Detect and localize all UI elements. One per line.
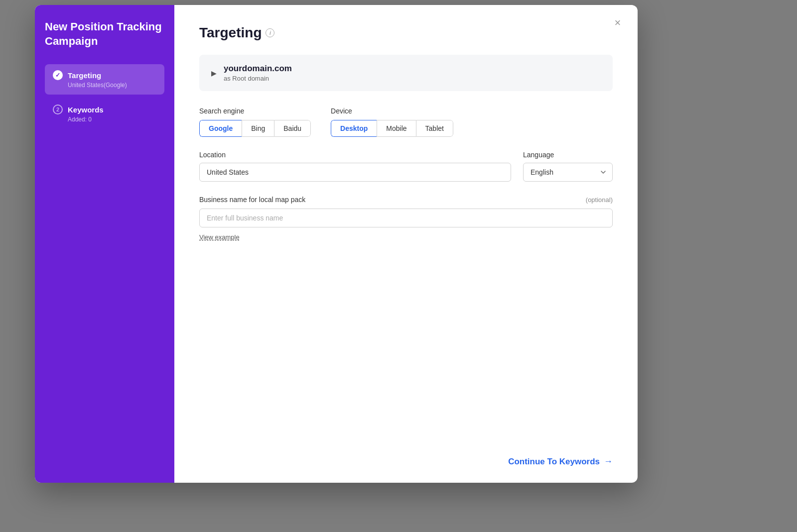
device-mobile[interactable]: Mobile — [377, 120, 415, 137]
search-engine-baidu[interactable]: Baidu — [274, 120, 311, 137]
sidebar-title: New Position Tracking Campaign — [45, 20, 164, 48]
search-engine-label: Search engine — [199, 107, 311, 115]
check-icon: ✓ — [55, 72, 60, 79]
modal-content: × Targeting i ▶ yourdomain.com as Root d… — [174, 5, 638, 483]
sidebar-step-targeting[interactable]: ✓ Targeting United States(Google) — [45, 64, 164, 95]
domain-info: yourdomain.com as Root domain — [224, 64, 292, 82]
modal-wrapper: New Position Tracking Campaign ✓ Targeti… — [35, 0, 638, 532]
domain-name: yourdomain.com — [224, 64, 292, 74]
step-header-keywords: 2 Keywords — [53, 105, 156, 114]
language-group: Language English Spanish French German — [523, 151, 613, 182]
step-sublabel-keywords: Added: 0 — [53, 116, 156, 123]
business-label: Business name for local map pack — [199, 196, 305, 204]
location-input[interactable] — [199, 163, 511, 182]
device-desktop[interactable]: Desktop — [331, 120, 377, 137]
device-tablet[interactable]: Tablet — [416, 120, 453, 137]
location-group: Location — [199, 151, 511, 182]
domain-card[interactable]: ▶ yourdomain.com as Root domain — [199, 55, 613, 91]
step-header-targeting: ✓ Targeting — [53, 70, 156, 80]
sidebar: New Position Tracking Campaign ✓ Targeti… — [35, 5, 174, 483]
optional-label: (optional) — [586, 196, 613, 204]
search-engine-google[interactable]: Google — [199, 120, 242, 137]
step-sublabel-targeting: United States(Google) — [53, 82, 156, 89]
close-button[interactable]: × — [610, 15, 626, 31]
business-label-row: Business name for local map pack (option… — [199, 196, 613, 204]
arrow-icon: → — [604, 456, 613, 467]
step-label-keywords: Keywords — [68, 106, 104, 114]
search-engine-group: Search engine Google Bing Baidu — [199, 107, 311, 137]
domain-chevron-icon: ▶ — [211, 69, 217, 77]
continue-to-keywords-button[interactable]: Continue To Keywords → — [508, 456, 613, 467]
device-group: Device Desktop Mobile Tablet — [331, 107, 453, 137]
domain-sub: as Root domain — [224, 75, 292, 82]
location-label: Location — [199, 151, 511, 159]
modal-dialog: New Position Tracking Campaign ✓ Targeti… — [35, 5, 638, 483]
step-check-targeting: ✓ — [53, 70, 63, 80]
language-select[interactable]: English Spanish French German — [523, 163, 613, 182]
info-icon[interactable]: i — [266, 28, 274, 37]
search-device-row: Search engine Google Bing Baidu Device D… — [199, 107, 613, 137]
modal-title: Targeting — [199, 25, 262, 41]
search-engine-buttons: Google Bing Baidu — [199, 120, 311, 137]
location-language-row: Location Language English Spanish French… — [199, 151, 613, 182]
search-engine-bing[interactable]: Bing — [242, 120, 274, 137]
step-number-keywords: 2 — [53, 105, 63, 114]
view-example-link[interactable]: View example — [199, 233, 240, 241]
business-name-input[interactable] — [199, 209, 613, 227]
continue-label: Continue To Keywords — [508, 457, 600, 467]
business-section: Business name for local map pack (option… — [199, 196, 613, 241]
modal-footer: Continue To Keywords → — [508, 456, 613, 467]
sidebar-step-keywords[interactable]: 2 Keywords Added: 0 — [45, 99, 164, 129]
sidebar-steps: ✓ Targeting United States(Google) 2 Keyw… — [45, 64, 164, 129]
device-buttons: Desktop Mobile Tablet — [331, 120, 453, 137]
device-label: Device — [331, 107, 453, 115]
modal-title-row: Targeting i — [199, 25, 613, 41]
step-label-targeting: Targeting — [68, 71, 101, 80]
language-label: Language — [523, 151, 613, 159]
